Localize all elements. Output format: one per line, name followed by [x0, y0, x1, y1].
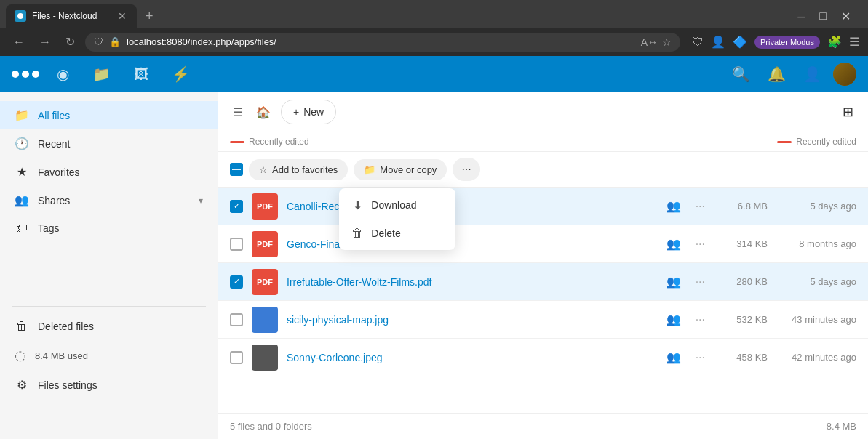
recently-edited-badge-left: Recently edited [230, 137, 309, 147]
file-checkbox[interactable] [230, 351, 243, 364]
more-actions-button[interactable]: ··· [453, 158, 479, 181]
add-to-favorites-button[interactable]: ☆ Add to favorites [249, 159, 348, 180]
activity-icon[interactable]: ◉ [51, 60, 75, 89]
sidebar-label: Deleted files [38, 321, 203, 332]
user-avatar[interactable] [833, 63, 856, 86]
share-button[interactable]: 👥 [664, 310, 684, 329]
file-checkbox[interactable] [230, 313, 243, 326]
delete-label: Delete [371, 227, 400, 239]
extensions-icon[interactable]: 🔷 [733, 35, 747, 49]
file-more-button[interactable]: ··· [693, 348, 708, 367]
new-button[interactable]: + New [281, 100, 336, 124]
select-all-checkbox[interactable]: — [230, 163, 243, 176]
share-button[interactable]: 👥 [664, 196, 684, 216]
file-checkbox[interactable]: ✓ [230, 200, 243, 213]
clock-icon: 🕐 [15, 137, 29, 150]
sidebar-item-shares[interactable]: 👥 Shares ▾ [0, 186, 218, 214]
file-date: 42 minutes ago [776, 352, 856, 363]
window-close[interactable]: ✕ [838, 7, 853, 26]
sidebar-item-tags[interactable]: 🏷 Tags [0, 214, 218, 242]
move-or-copy-label: Move or copy [380, 164, 437, 175]
file-size: 6.8 MB [717, 201, 768, 212]
sidebar-item-deleted-files[interactable]: 🗑 Deleted files [0, 313, 218, 340]
file-more-button[interactable]: ··· [693, 235, 708, 254]
sidebar-item-recent[interactable]: 🕐 Recent [0, 129, 218, 158]
table-row: sicily-physical-map.jpg 👥 ··· 532 KB 43 … [218, 301, 868, 339]
add-to-favorites-label: Add to favorites [272, 164, 338, 175]
tab-title: Files - Nextcloud [32, 11, 111, 21]
file-checkbox[interactable] [230, 238, 243, 251]
share-button[interactable]: 👥 [664, 272, 684, 291]
home-button[interactable]: 🏠 [252, 101, 275, 124]
chevron-down-icon: ▾ [199, 196, 203, 206]
files-nav-icon[interactable]: 📁 [87, 60, 116, 89]
profile-icon[interactable]: 👤 [711, 35, 725, 49]
forward-button[interactable]: → [35, 33, 55, 52]
shield-icon[interactable]: 🛡 [692, 36, 704, 49]
notifications-button[interactable]: 🔔 [762, 60, 792, 89]
reload-button[interactable]: ↻ [61, 32, 79, 52]
app-logo[interactable] [12, 71, 39, 78]
back-button[interactable]: ← [9, 33, 29, 52]
file-more-button[interactable]: ··· [693, 197, 708, 216]
window-minimize[interactable]: – [795, 6, 808, 27]
file-date: 43 minutes ago [776, 314, 856, 325]
app: ◉ 📁 🖼 ⚡ 🔍 🔔 👤 📁 All files 🕐 Recent [0, 56, 868, 439]
file-name[interactable]: sicily-physical-map.jpg [287, 314, 655, 326]
move-or-copy-button[interactable]: 📁 Move or copy [354, 159, 447, 180]
address-bar: ← → ↻ 🛡 🔒 localhost:8080/index.php/apps/… [0, 28, 868, 56]
jpg-thumbnail [252, 307, 278, 333]
download-label: Download [371, 199, 416, 211]
recently-edited-label-2: Recently edited [796, 137, 856, 147]
file-name[interactable]: Sonny-Corleone.jpeg [287, 352, 655, 363]
nav-right: 🔍 🔔 👤 [726, 60, 856, 89]
activity-bolt-icon[interactable]: ⚡ [166, 60, 196, 89]
share-button[interactable]: 👥 [664, 234, 684, 254]
tab-favicon [15, 10, 26, 22]
trash-icon: 🗑 [15, 320, 29, 333]
delete-menu-item[interactable]: 🗑 Delete [339, 220, 455, 247]
url-bar[interactable]: 🛡 🔒 localhost:8080/index.php/apps/files/… [85, 33, 680, 52]
recently-edited-row: Recently edited Recently edited [218, 132, 868, 152]
translate-icon[interactable]: A↔ [641, 36, 658, 48]
storage-icon: ◌ [15, 347, 26, 363]
grid-view-button[interactable]: ⊞ [840, 101, 856, 123]
file-toolbar: ☰ 🏠 + New ⊞ [218, 92, 868, 132]
tab-close-button[interactable]: ✕ [116, 9, 128, 23]
sidebar-item-files-settings[interactable]: ⚙ Files settings [0, 371, 218, 399]
file-list: ✓ PDF Canolli-Recipe.pdf 👥 ··· 6.8 MB 5 … [218, 188, 868, 413]
file-size: 532 KB [717, 314, 768, 325]
recently-edited-badge-right: Recently edited [777, 137, 856, 147]
file-area: ☰ 🏠 + New ⊞ Recently edited Recently [218, 92, 868, 439]
sidebar-item-favorites[interactable]: ★ Favorites [0, 158, 218, 186]
file-count: 5 files and 0 folders [230, 421, 312, 432]
collapse-sidebar-button[interactable]: ☰ [230, 102, 246, 122]
sidebar-label: Favorites [38, 166, 203, 178]
bookmark-icon[interactable]: ☆ [662, 36, 672, 48]
contacts-button[interactable]: 👤 [797, 60, 827, 89]
puzzle-icon[interactable]: 🧩 [827, 35, 842, 49]
sidebar-item-all-files[interactable]: 📁 All files [0, 101, 218, 129]
move-or-copy-container: 📁 Move or copy ⬇ Download 🗑 Delete [354, 159, 447, 180]
active-tab[interactable]: Files - Nextcloud ✕ [6, 4, 137, 28]
table-row: ✓ PDF Canolli-Recipe.pdf 👥 ··· 6.8 MB 5 … [218, 188, 868, 225]
star-icon: ☆ [259, 164, 268, 175]
url-text: localhost:8080/index.php/apps/files/ [127, 36, 635, 47]
window-maximize[interactable]: □ [816, 7, 829, 25]
file-name[interactable]: Irrefutable-Offer-Woltz-Films.pdf [287, 276, 655, 288]
file-date: 5 days ago [776, 276, 856, 287]
selection-toolbar: — ☆ Add to favorites 📁 Move or copy ⬇ Do… [218, 152, 868, 188]
new-tab-button[interactable]: + [140, 6, 159, 27]
table-row: ✓ PDF Irrefutable-Offer-Woltz-Films.pdf … [218, 263, 868, 301]
pdf-icon: PDF [252, 193, 278, 220]
file-checkbox[interactable]: ✓ [230, 275, 243, 289]
search-nav-button[interactable]: 🔍 [726, 60, 756, 89]
photos-nav-icon[interactable]: 🖼 [128, 60, 154, 89]
menu-icon[interactable]: ☰ [849, 35, 859, 49]
file-more-button[interactable]: ··· [693, 310, 708, 329]
file-more-button[interactable]: ··· [693, 273, 708, 291]
download-menu-item[interactable]: ⬇ Download [339, 191, 455, 220]
main-content: 📁 All files 🕐 Recent ★ Favorites 👥 Share… [0, 92, 868, 439]
tag-icon: 🏷 [15, 222, 29, 235]
share-button[interactable]: 👥 [664, 347, 684, 367]
